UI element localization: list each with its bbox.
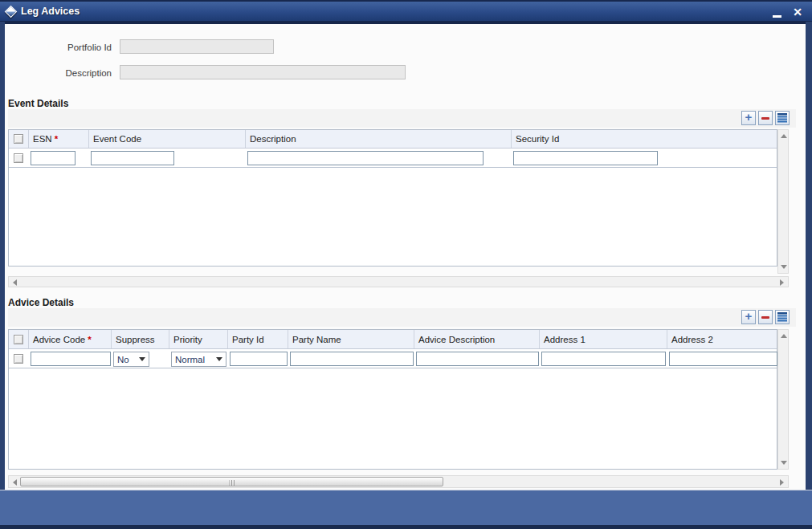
event-grid-header: ESN* Event Code Description Security Id [9,130,777,149]
diamond-icon [0,7,21,16]
advice-col-address-2: Address 2 [667,330,778,348]
close-icon[interactable]: ✕ [793,6,802,18]
description-field [120,65,406,79]
advice-add-row-button[interactable]: + [741,310,756,324]
scroll-right-icon[interactable] [780,479,784,486]
advice-description-input[interactable] [416,352,539,366]
advice-code-input[interactable] [31,352,111,366]
advice-col-priority: Priority [169,330,228,348]
event-details-toolbar [8,109,796,128]
event-single-view-button[interactable] [775,111,790,125]
advice-col-advice-code: Advice Code* [29,330,112,348]
address-1-input[interactable] [541,352,666,366]
minimize-icon[interactable] [773,6,781,18]
plus-icon: + [745,112,753,122]
dialog-content: Portfolio Id Description Event Details + [5,24,806,490]
portfolio-id-label: Portfolio Id [5,43,112,52]
event-col-security-id: Security Id [512,130,778,148]
event-header-checkbox-cell [9,130,29,148]
scroll-grip-icon [229,480,235,486]
event-select-all-checkbox[interactable] [14,134,23,144]
event-esn-input[interactable] [31,151,75,165]
scroll-left-icon[interactable] [13,479,17,486]
scroll-left-icon[interactable] [13,279,17,286]
advice-col-suppress: Suppress [112,330,169,348]
event-details-title: Event Details [8,98,68,109]
advice-col-advice-description: Advice Description [414,330,540,348]
event-grid-vscrollbar[interactable] [777,129,789,274]
event-event-code-input[interactable] [91,151,174,165]
party-id-input[interactable] [230,352,288,366]
event-add-row-button[interactable]: + [741,111,756,125]
scroll-right-icon[interactable] [780,279,784,286]
window-frame-right [806,22,812,529]
advice-grid-hscrollbar[interactable] [8,475,789,488]
priority-select[interactable]: Normal [171,352,226,367]
description-label: Description [5,68,112,78]
advice-col-address-1: Address 1 [540,330,667,348]
scroll-up-icon[interactable] [781,334,787,338]
advice-grid-header: Advice Code* Suppress Priority Party Id … [9,330,777,349]
scroll-down-icon[interactable] [781,461,787,465]
advice-grid-row: No Normal [9,349,777,368]
minus-icon [761,316,769,319]
single-view-icon [777,312,787,322]
event-col-esn: ESN* [29,130,89,148]
scroll-down-icon[interactable] [781,265,787,269]
hscroll-thumb[interactable] [20,477,443,486]
minus-icon [761,117,769,120]
footer-bar [0,490,812,525]
scroll-up-icon[interactable] [781,134,787,138]
party-name-input[interactable] [290,352,414,366]
event-description-input[interactable] [247,151,484,165]
portfolio-id-field [120,39,274,54]
plus-icon: + [745,311,753,321]
leg-advices-window: Leg Advices ✕ Portfolio Id Description E… [0,0,812,529]
footer-base [0,525,812,529]
event-col-description: Description [246,130,512,148]
advice-col-party-id: Party Id [228,330,288,348]
advice-select-all-checkbox[interactable] [14,335,23,344]
address-2-input[interactable] [669,352,777,366]
advice-delete-row-button[interactable] [758,310,773,324]
advice-col-party-name: Party Name [288,330,414,348]
event-details-grid: ESN* Event Code Description Security Id [8,129,777,267]
chevron-down-icon [216,357,222,361]
single-view-icon [777,113,787,123]
event-grid-row [9,149,777,168]
event-col-event-code: Event Code [89,130,246,148]
chevron-down-icon [139,357,145,361]
window-title: Leg Advices [21,6,80,17]
advice-details-title: Advice Details [8,297,74,308]
advice-details-grid: Advice Code* Suppress Priority Party Id … [8,329,777,470]
event-security-id-input[interactable] [513,151,658,165]
advice-row-checkbox[interactable] [14,354,23,364]
advice-header-checkbox-cell [9,330,29,348]
suppress-select[interactable]: No [113,352,149,367]
advice-grid-vscrollbar[interactable] [777,329,789,470]
advice-details-toolbar [8,308,796,327]
title-bar: Leg Advices ✕ [0,0,812,22]
event-grid-hscrollbar[interactable] [8,276,789,287]
event-delete-row-button[interactable] [758,111,773,125]
advice-single-view-button[interactable] [775,310,790,324]
event-row-checkbox[interactable] [14,153,23,163]
